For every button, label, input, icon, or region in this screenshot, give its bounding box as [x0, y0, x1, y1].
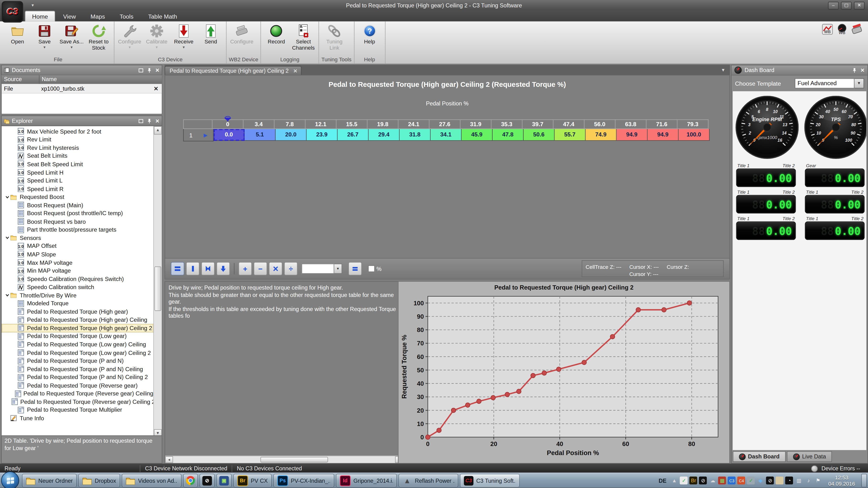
column-header-3.4[interactable]: 3.4 [243, 120, 275, 129]
tree-item-rev-limit[interactable]: 1:0Rev Limit [2, 135, 153, 143]
taskbar-videos-von-ad-button[interactable]: Videos von Ad... [122, 474, 181, 488]
configure-button[interactable]: Configure▼ [117, 23, 143, 56]
tree-item-requested-boost[interactable]: Requested Boost [2, 193, 153, 201]
tray-volume-icon[interactable]: ♪ [805, 477, 812, 485]
column-header-0[interactable]: 0 [212, 120, 243, 129]
column-header-47.4[interactable]: 47.4 [553, 120, 585, 129]
tuning-link-button[interactable]: Tuning Link [321, 23, 347, 56]
fit-cells-button[interactable] [201, 262, 215, 275]
table-cell[interactable]: 0.0 [214, 129, 245, 141]
pin-icon[interactable] [147, 67, 153, 73]
tree-item-tune-info[interactable]: Tune Info [2, 414, 153, 422]
tray-display-switch-icon[interactable]: ▦ [718, 477, 726, 485]
table-cell[interactable]: 55.7 [555, 129, 586, 141]
template-select[interactable]: Fuel Advanced ▼ [795, 78, 864, 88]
scroll-left-icon[interactable]: ◄ [165, 457, 173, 463]
chevron-down-icon[interactable]: ▼ [855, 78, 864, 88]
taskbar-gripone-2014-i-button[interactable]: IdGripone_2014.i... [336, 474, 397, 488]
tree-item-pedal-to-requested-torque-p-and-n[interactable]: Pedal to Requested Torque (P and N) [2, 357, 153, 365]
ribbon-tab-table-math[interactable]: Table Math [141, 11, 184, 22]
fill-down-button[interactable] [216, 262, 230, 275]
set-equal-button[interactable] [348, 262, 362, 275]
taskbar-pv-cx-button[interactable]: BrPV CX [234, 474, 272, 488]
tree-item-pedal-to-requested-torque-high-gear[interactable]: Pedal to Requested Torque (High gear) [2, 308, 153, 316]
tree-item-sensors[interactable]: Sensors [2, 234, 153, 242]
language-indicator[interactable]: DE [656, 478, 669, 484]
document-row[interactable]: File xp1000_turbo.stk ✕ [2, 84, 162, 94]
tree-item-speed-limit-h[interactable]: 1:0Speed Limit H [2, 168, 153, 176]
column-header-79.3[interactable]: 79.3 [678, 120, 709, 129]
help-button[interactable]: ?Help [356, 23, 382, 56]
reset-to-stock-button[interactable]: Reset to Stock [86, 23, 112, 56]
math-subtract-button[interactable]: − [254, 262, 267, 275]
document-tab[interactable]: Pedal to Requested Torque (High gear) Ce… [165, 66, 302, 75]
tree-item-boost-request-main[interactable]: Boost Request (Main) [2, 201, 153, 209]
collapse-chevron-icon[interactable] [4, 195, 10, 199]
configure-button[interactable]: Configure [229, 23, 255, 56]
table-cell[interactable]: 31.8 [400, 129, 431, 141]
tree-item-seat-belt-limits[interactable]: Seat Belt Limits [2, 152, 153, 160]
column-header-35.3[interactable]: 35.3 [491, 120, 522, 129]
tree-item-pedal-to-requested-torque-p-and-n-ceiling-2[interactable]: Pedal to Requested Torque (P and N) Ceil… [2, 373, 153, 381]
checkbox-icon[interactable] [368, 265, 375, 272]
taskbar-affinity-button[interactable]: ⊘ [199, 474, 215, 488]
math-divide-button[interactable]: ÷ [284, 262, 298, 275]
column-header-15.5[interactable]: 15.5 [337, 120, 368, 129]
save-button[interactable]: Save▼ [31, 23, 58, 56]
tree-item-pedal-to-requested-torque-low-gear[interactable]: Pedal to Requested Torque (Low gear) [2, 332, 153, 340]
open-button[interactable]: Open [4, 23, 31, 56]
column-header-31.9[interactable]: 31.9 [461, 120, 492, 129]
tree-item-speedo-calibration-switch[interactable]: Speedo Calibration switch [2, 283, 153, 291]
tree-item-map-offset[interactable]: 1:0MAP Offset [2, 242, 153, 250]
tab-dash-board[interactable]: Dash Board [733, 452, 786, 462]
close-panel-icon[interactable]: ✕ [155, 118, 160, 124]
tray-cc4-icon[interactable]: C4 [738, 477, 745, 485]
tray-affinity-icon[interactable]: ⊘ [699, 477, 707, 485]
column-header-7.8[interactable]: 7.8 [275, 120, 306, 129]
tree-item-pedal-to-requested-torque-high-gear-ceiling[interactable]: Pedal to Requested Torque (High gear) Ce… [2, 316, 153, 324]
chevron-down-icon[interactable]: ▼ [334, 264, 342, 274]
table-cell[interactable]: 47.8 [493, 129, 524, 141]
table-cell[interactable]: 50.6 [524, 129, 555, 141]
close-button[interactable]: ✕ [854, 1, 865, 9]
tab-list-dropdown-icon[interactable]: ▼ [721, 67, 730, 75]
value-combobox[interactable]: ▼ [302, 264, 342, 274]
tree-item-pedal-to-requested-torque-low-gear-ceiling-2[interactable]: Pedal to Requested Torque (Low gear) Cei… [2, 349, 153, 357]
taskbar-neuer-ordner-button[interactable]: Neuer Ordner [22, 474, 76, 488]
table-cell[interactable]: 23.9 [307, 129, 338, 141]
tree-item-seat-belt-speed-limit[interactable]: 1:0Seat Belt Speed Limit [2, 160, 153, 168]
table-cell[interactable]: 34.1 [431, 129, 462, 141]
column-header-27.6[interactable]: 27.6 [430, 120, 461, 129]
wb-chart-icon[interactable]: WB [822, 24, 833, 35]
math-add-button[interactable]: + [239, 262, 252, 275]
column-header-12.1[interactable]: 12.1 [306, 120, 337, 129]
tab-live-data[interactable]: Live Data [787, 452, 832, 462]
app-logo-icon[interactable]: C3 [2, 1, 23, 23]
tray-gauge-app-icon[interactable]: ◔ [785, 477, 793, 485]
scrollbar-thumb[interactable] [154, 266, 161, 311]
column-header-19.8[interactable]: 19.8 [368, 120, 399, 129]
equalize-columns-button[interactable] [186, 262, 199, 275]
ribbon-tab-tools[interactable]: Tools [113, 11, 140, 22]
close-document-icon[interactable]: ✕ [154, 86, 162, 92]
tree-item-max-vehicle-speed-for-2-foot[interactable]: 1:0Max Vehicle Speed for 2 foot [2, 127, 153, 135]
tray-dropbox-sync-icon[interactable]: ✓ [747, 477, 755, 485]
show-desktop-button[interactable] [861, 474, 867, 488]
tree-item-speed-limit-l[interactable]: 1:0Speed Limit L [2, 176, 153, 185]
column-header-71.6[interactable]: 71.6 [647, 120, 678, 129]
pin-icon[interactable] [852, 67, 858, 73]
column-header-63.8[interactable]: 63.8 [616, 120, 647, 129]
table-cell[interactable]: 100.0 [679, 129, 710, 141]
tree-item-throttle-drive-by-wire[interactable]: Throttle/Drive By Wire [2, 291, 153, 299]
taskbar-dropbox-button[interactable]: Dropbox [79, 474, 120, 488]
wb-gauge-icon[interactable]: WB [837, 24, 848, 35]
ribbon-tab-view[interactable]: View [56, 11, 83, 22]
tray-mascot-icon[interactable] [776, 477, 784, 485]
tree-item-pedal-to-requested-torque-reverse-gear-ceiling-2[interactable]: Pedal to Requested Torque (Reverse gear)… [2, 398, 153, 406]
select-channels-button[interactable]: Select Channels [290, 23, 316, 56]
save-as-button[interactable]: Save As...▼ [59, 23, 85, 56]
close-panel-icon[interactable]: ✕ [155, 67, 160, 73]
tree-item-part-throttle-boost-pressure-targets[interactable]: Part throttle boost/pressure targets [2, 226, 153, 234]
taskbar-clock[interactable]: 12:5304.09.2016 [824, 475, 860, 487]
close-panel-icon[interactable]: ✕ [860, 67, 865, 73]
